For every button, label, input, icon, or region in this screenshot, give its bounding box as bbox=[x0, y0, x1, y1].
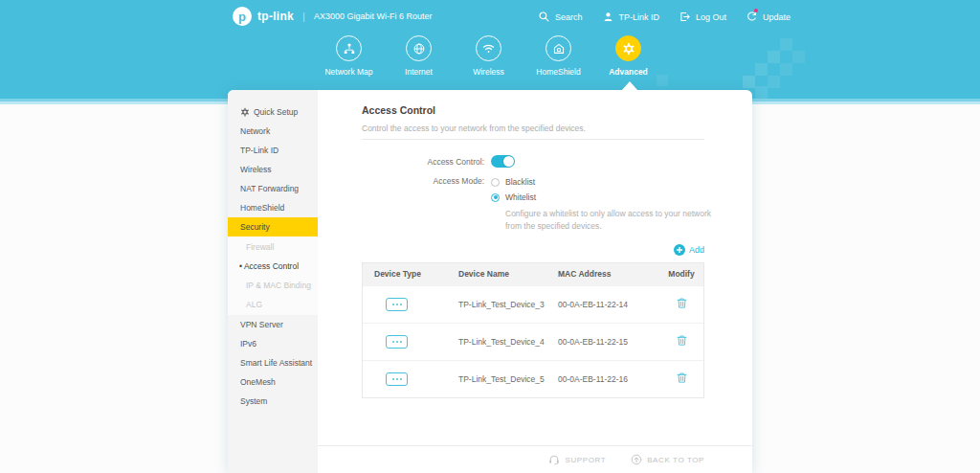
submenu-item-access-control[interactable]: Access Control bbox=[228, 257, 318, 276]
sidebar-item-vpn-server[interactable]: VPN Server bbox=[228, 315, 318, 334]
tplink-id-label: TP-Link ID bbox=[619, 12, 660, 22]
delete-device-button[interactable] bbox=[676, 372, 688, 386]
sidebar-item-label: OneMesh bbox=[240, 372, 276, 392]
sidebar-item-ipv6[interactable]: IPv6 bbox=[228, 334, 318, 353]
sidebar-item-nat-forwarding[interactable]: NAT Forwarding bbox=[228, 179, 318, 198]
sidebar-item-homeshield[interactable]: HomeShield bbox=[228, 198, 318, 217]
col-mac-address: MAC Address bbox=[558, 269, 659, 279]
sidebar-item-wireless[interactable]: Wireless bbox=[228, 160, 318, 179]
router-admin-page: p tp-link | AX3000 Gigabit Wi-Fi 6 Route… bbox=[0, 0, 980, 473]
divider bbox=[362, 139, 704, 140]
tab-internet-label: Internet bbox=[405, 67, 433, 77]
mac-address-cell: 00-0A-EB-11-22-14 bbox=[558, 300, 659, 309]
update-button[interactable]: Update bbox=[746, 11, 791, 23]
sidebar-item-security[interactable]: Security bbox=[228, 217, 318, 236]
device-type-icon bbox=[386, 335, 408, 349]
sidebar-item-onemesh[interactable]: OneMesh bbox=[228, 372, 318, 392]
sidebar-item-tplink-id[interactable]: TP-Link ID bbox=[228, 141, 318, 160]
back-to-top-button[interactable]: BACK TO TOP bbox=[631, 454, 704, 465]
sidebar-item-label: VPN Server bbox=[240, 315, 283, 334]
tab-wireless[interactable]: Wireless bbox=[454, 35, 523, 77]
submenu-item-label: Firewall bbox=[246, 242, 274, 252]
support-headset-icon bbox=[548, 454, 560, 465]
support-button[interactable]: SUPPORT bbox=[548, 454, 606, 465]
delete-device-button[interactable] bbox=[676, 334, 688, 349]
radio-whitelist-control bbox=[491, 193, 500, 202]
access-mode-label: Access Mode: bbox=[362, 174, 491, 233]
network-map-icon bbox=[343, 42, 356, 56]
search-button[interactable]: Search bbox=[538, 11, 583, 23]
sidebar-item-label: NAT Forwarding bbox=[240, 179, 299, 198]
toggle-knob bbox=[503, 156, 514, 167]
sidebar-item-label: HomeShield bbox=[240, 198, 284, 217]
trash-icon bbox=[676, 334, 688, 347]
logout-icon bbox=[679, 11, 691, 23]
sidebar-item-quick-setup[interactable]: Quick Setup bbox=[228, 102, 318, 122]
page-title: Access Control bbox=[362, 104, 752, 116]
col-device-type: Device Type bbox=[363, 269, 458, 279]
col-modify: Modify bbox=[659, 269, 703, 279]
submenu-item-label: Access Control bbox=[244, 261, 299, 271]
access-control-form: Access Control: Access Mode: Blacklist W… bbox=[362, 155, 752, 233]
sidebar-item-label: IPv6 bbox=[240, 334, 256, 353]
brand: p tp-link | AX3000 Gigabit Wi-Fi 6 Route… bbox=[233, 7, 433, 26]
add-row: Add bbox=[362, 244, 704, 256]
delete-device-button[interactable] bbox=[676, 297, 688, 311]
sidebar-item-label: Security bbox=[240, 217, 270, 236]
table-row: TP-Link_Test_Device_5 00-0A-EB-11-22-16 bbox=[363, 360, 703, 397]
mosaic-decoration bbox=[743, 76, 755, 88]
tp-link-logo-icon: p bbox=[233, 7, 252, 26]
wifi-icon bbox=[481, 41, 496, 56]
access-control-toggle[interactable] bbox=[491, 155, 515, 168]
sidebar-item-label: Network bbox=[240, 122, 270, 141]
device-name-cell: TP-Link_Test_Device_3 bbox=[458, 300, 558, 309]
mosaic-decoration bbox=[768, 76, 780, 88]
access-mode-row: Access Mode: Blacklist Whitelist Configu… bbox=[362, 174, 752, 233]
device-table: Device Type Device Name MAC Address Modi… bbox=[362, 262, 704, 398]
submenu-item-label: IP & MAC Binding bbox=[246, 281, 311, 290]
sidebar-item-smart-life-assistant[interactable]: Smart Life Assistant bbox=[228, 353, 318, 372]
sidebar-item-system[interactable]: System bbox=[228, 392, 318, 411]
trash-icon bbox=[676, 297, 688, 309]
radio-blacklist-control bbox=[491, 178, 500, 187]
access-mode-options: Blacklist Whitelist Configure a whitelis… bbox=[491, 174, 711, 233]
mosaic-decoration bbox=[792, 51, 805, 63]
tab-homeshield[interactable]: HomeShield bbox=[523, 35, 593, 77]
add-label: Add bbox=[689, 245, 704, 255]
tplink-id-button[interactable]: TP-Link ID bbox=[602, 11, 660, 23]
search-label: Search bbox=[555, 12, 583, 22]
radio-blacklist[interactable]: Blacklist bbox=[491, 174, 711, 190]
add-device-button[interactable]: Add bbox=[674, 244, 704, 256]
gear-icon bbox=[622, 42, 635, 56]
col-device-name: Device Name bbox=[458, 269, 558, 279]
back-to-top-icon bbox=[631, 454, 642, 465]
radio-whitelist[interactable]: Whitelist bbox=[491, 190, 711, 205]
sidebar-item-label: Wireless bbox=[240, 160, 272, 179]
device-name-cell: TP-Link_Test_Device_5 bbox=[458, 374, 558, 384]
submenu-item-label: ALG bbox=[246, 300, 262, 309]
sidebar-item-label: Smart Life Assistant bbox=[240, 353, 312, 372]
search-icon bbox=[538, 11, 550, 23]
tab-internet[interactable]: Internet bbox=[384, 35, 454, 77]
homeshield-icon bbox=[552, 42, 566, 56]
header-band: p tp-link | AX3000 Gigabit Wi-Fi 6 Route… bbox=[0, 0, 980, 99]
sidebar-item-network[interactable]: Network bbox=[228, 122, 318, 141]
mosaic-decoration bbox=[768, 51, 780, 63]
tab-network-map[interactable]: Network Map bbox=[314, 35, 384, 77]
security-submenu: Firewall Access Control IP & MAC Binding… bbox=[228, 236, 318, 315]
logout-button[interactable]: Log Out bbox=[679, 11, 726, 23]
content-panel: Access Control Control the access to you… bbox=[318, 90, 752, 445]
logout-label: Log Out bbox=[696, 12, 726, 22]
radio-whitelist-label: Whitelist bbox=[505, 192, 536, 202]
table-row: TP-Link_Test_Device_3 00-0A-EB-11-22-14 bbox=[363, 285, 703, 323]
submenu-item-ip-mac-binding[interactable]: IP & MAC Binding bbox=[228, 276, 318, 295]
submenu-item-alg[interactable]: ALG bbox=[228, 295, 318, 314]
table-row: TP-Link_Test_Device_4 00-0A-EB-11-22-15 bbox=[363, 323, 703, 360]
back-to-top-label: BACK TO TOP bbox=[647, 456, 704, 464]
plus-circle-icon bbox=[674, 244, 685, 256]
mosaic-decoration bbox=[755, 86, 768, 99]
tab-advanced[interactable]: Advanced bbox=[593, 35, 663, 77]
device-type-icon bbox=[386, 372, 408, 386]
brand-name: tp-link bbox=[257, 10, 294, 23]
submenu-item-firewall[interactable]: Firewall bbox=[228, 237, 318, 257]
